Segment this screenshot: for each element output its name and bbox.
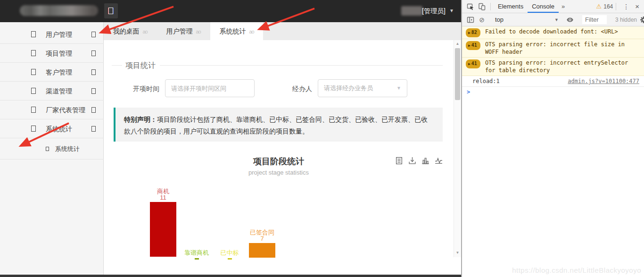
expand-icon[interactable] <box>91 32 96 37</box>
devtools-menu-icon[interactable]: ⋮ <box>619 3 633 10</box>
repeat-count-badge[interactable]: ▶82 <box>466 28 480 37</box>
section-divider <box>160 65 443 66</box>
console-warning-row[interactable]: ▶41 OTS parsing error: incorrect entrySe… <box>462 58 644 76</box>
expand-icon[interactable] <box>91 107 96 113</box>
scroll-down-icon[interactable]: ▼ <box>454 251 461 255</box>
chevron-down-icon: ▼ <box>396 80 401 97</box>
console-filter-input[interactable] <box>582 15 607 24</box>
expand-triangle-icon: ▶ <box>468 43 471 48</box>
chart-toolbox <box>395 157 443 165</box>
tab-system-stats[interactable]: 系统统计ao <box>210 22 263 40</box>
expand-triangle-icon: ▶ <box>468 31 471 35</box>
expand-icon[interactable] <box>91 69 96 75</box>
devtools-panel: Elements Console » ⚠ 164 ⋮ × ⊘ top ▼ 3 h… <box>461 0 644 277</box>
bar-group: 靠谱商机 <box>183 250 210 260</box>
chart-subtitle: project stage statistics <box>104 169 454 176</box>
tab-close-icon[interactable]: ao <box>142 29 147 34</box>
clear-console-icon[interactable]: ⊘ <box>478 16 486 24</box>
inspect-element-icon[interactable] <box>467 3 474 10</box>
menu-item-icon <box>31 50 36 56</box>
menu-item-icon <box>31 88 36 94</box>
window-bottom-edge <box>0 275 461 277</box>
console-toolbar: ⊘ top ▼ 3 hidden <box>462 13 644 26</box>
more-tabs-icon[interactable]: » <box>559 3 568 10</box>
section-title: 项目统计 <box>125 61 156 71</box>
expand-triangle-icon: ▶ <box>468 62 471 66</box>
devtools-tab-console[interactable]: Console <box>528 0 559 13</box>
data-view-icon[interactable] <box>395 157 403 165</box>
scroll-up-icon[interactable]: ▲ <box>454 42 461 46</box>
bar-category-label: 已中标 <box>216 250 243 256</box>
hidden-messages-label[interactable]: 3 hidden <box>615 17 637 23</box>
menu-icon <box>108 8 113 14</box>
divider <box>616 3 616 10</box>
source-link[interactable]: admin.js?v=101100:477 <box>568 77 639 85</box>
menu-item-icon <box>31 126 36 132</box>
device-toolbar-icon[interactable] <box>478 3 486 10</box>
sidebar-item-system-stats[interactable]: 系统统计 <box>0 119 104 138</box>
bar-value-label: 7 <box>249 235 275 242</box>
notice-body: 项目阶段统计包括了商机、靠谱商机、已中标、已签合同、已交货、已验收、已开发票、已… <box>124 116 428 135</box>
console-warning-text: OTS parsing error: incorrect file size i… <box>485 41 640 56</box>
logo-blurred <box>20 5 98 16</box>
username-blurred <box>401 6 422 16</box>
sidebar-item-channel-mgmt[interactable]: 渠道管理 <box>0 82 104 101</box>
context-selector[interactable]: top <box>495 16 504 23</box>
user-menu-caret-icon[interactable]: ▼ <box>449 8 454 13</box>
agent-label: 经办人 <box>292 85 312 93</box>
save-as-image-icon[interactable] <box>408 157 416 165</box>
line-chart-type-icon[interactable] <box>435 157 443 165</box>
sidebar-item-vendor-rep-mgmt[interactable]: 厂家代表管理 <box>0 101 104 119</box>
tiny-bar <box>228 258 232 260</box>
expand-icon[interactable] <box>91 50 96 56</box>
divider <box>490 3 491 10</box>
tiny-bar <box>195 258 199 260</box>
warning-counter[interactable]: ⚠ 164 <box>596 3 613 10</box>
sidebar-item-customer-mgmt[interactable]: 客户管理 <box>0 63 104 82</box>
tab-bar: 我的桌面ao 用户管理ao 系统统计ao <box>104 22 461 40</box>
console-warning-text: Failed to decode downloaded font: <URL> <box>485 28 618 35</box>
special-notice-box: 特别声明：项目阶段统计包括了商机、靠谱商机、已中标、已签合同、已交货、已验收、已… <box>114 108 443 142</box>
menu-toggle-button[interactable] <box>104 3 118 18</box>
sidebar-item-project-mgmt[interactable]: 项目管理 <box>0 44 104 63</box>
tab-close-icon[interactable]: ao <box>196 29 200 34</box>
bar-value-label: 11 <box>150 194 176 201</box>
eye-icon[interactable] <box>566 16 574 24</box>
repeat-count-badge[interactable]: ▶41 <box>466 59 480 68</box>
date-range-input[interactable] <box>165 79 255 97</box>
log-text: reload:1 <box>472 77 500 85</box>
bar-chart-type-icon[interactable] <box>421 157 429 165</box>
content-scrollbar[interactable]: ▲ ▼ <box>454 40 461 257</box>
sidebar-subitem-system-stats[interactable]: 系统统计 <box>0 138 104 159</box>
tab-user-mgmt[interactable]: 用户管理ao <box>157 22 210 40</box>
expand-icon[interactable] <box>91 88 96 94</box>
tab-my-desktop[interactable]: 我的桌面ao <box>104 22 157 40</box>
scrollbar-thumb[interactable] <box>455 48 460 100</box>
repeat-count-badge[interactable]: ▶41 <box>466 41 480 50</box>
bar <box>150 202 176 257</box>
console-warning-text: OTS parsing error: incorrect entrySelect… <box>485 59 640 74</box>
tab-close-icon[interactable]: ao <box>249 29 254 34</box>
console-sidebar-icon[interactable] <box>467 16 474 24</box>
console-prompt[interactable]: > <box>462 87 644 97</box>
section-divider <box>112 65 122 66</box>
sidebar-item-user-mgmt[interactable]: 用户管理 <box>0 25 104 44</box>
warning-triangle-icon: ⚠ <box>596 3 602 10</box>
prompt-chevron-icon: > <box>467 89 470 95</box>
expand-icon[interactable] <box>91 126 96 132</box>
menu-item-icon <box>31 31 36 37</box>
sidebar: 用户管理 项目管理 客户管理 渠道管理 厂家代表管理 系统统计 系统统计 <box>0 22 104 275</box>
console-warning-row[interactable]: ▶82 Failed to decode downloaded font: <U… <box>462 26 644 39</box>
bar-group: 商机11 <box>150 188 176 257</box>
console-log-row: reload:1 admin.js?v=101100:477 <box>462 76 644 87</box>
agent-select[interactable]: 请选择经办业务员 ▼ <box>318 79 407 97</box>
bar-group: 已签合同7 <box>249 229 275 258</box>
console-warning-row[interactable]: ▶41 OTS parsing error: incorrect file si… <box>462 39 644 58</box>
console-log-area: ▶82 Failed to decode downloaded font: <U… <box>462 26 644 97</box>
bar <box>249 243 275 258</box>
menu-item-icon <box>31 69 36 75</box>
console-settings-gear-icon[interactable] <box>640 16 644 24</box>
devtools-tab-elements[interactable]: Elements <box>494 0 528 13</box>
watermark-url: https://blog.csdn.net/LittleBlackyoyoyo <box>512 266 641 274</box>
devtools-close-icon[interactable]: × <box>633 2 641 10</box>
